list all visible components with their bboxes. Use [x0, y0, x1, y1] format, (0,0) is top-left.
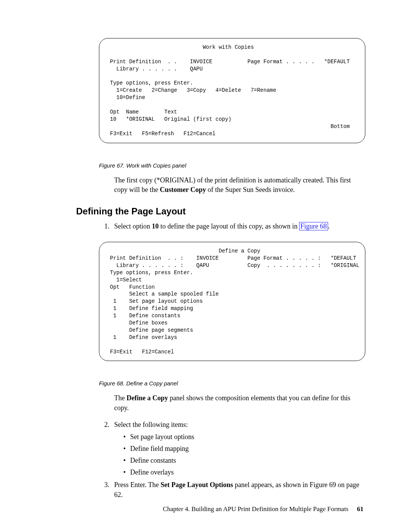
- list-item: Define field mapping: [123, 444, 365, 454]
- text: to define the page layout of this copy, …: [159, 222, 299, 230]
- step-number: 1.: [104, 221, 110, 231]
- step-number: 2.: [104, 420, 110, 430]
- step-3: 3. Press Enter. The Set Page Layout Opti…: [114, 480, 365, 500]
- bold-set-page-layout-options: Set Page Layout Options: [161, 481, 233, 489]
- paragraph-first-copy: The first copy (*ORIGINAL) of the print …: [114, 176, 365, 195]
- heading-defining-page-layout: Defining the Page Layout: [76, 206, 365, 217]
- text: of the Super Sun Seeds invoice.: [206, 186, 295, 193]
- footer-chapter-text: Chapter 4. Building an APU Print Definit…: [163, 505, 349, 513]
- bold-option-10: 10: [152, 222, 159, 230]
- text: Select the following items:: [114, 421, 188, 428]
- page-number: 61: [357, 505, 363, 513]
- terminal-panel-define-a-copy: Define a Copy Print Definition . . : INV…: [99, 242, 365, 361]
- link-figure-68[interactable]: Figure 68: [299, 222, 328, 230]
- bold-customer-copy: Customer Copy: [160, 186, 206, 193]
- terminal-panel-work-with-copies: Work with Copies Print Definition . . IN…: [99, 38, 365, 143]
- step-number: 3.: [104, 480, 110, 490]
- bold-define-a-copy: Define a Copy: [126, 394, 168, 402]
- page-footer: Chapter 4. Building an APU Print Definit…: [0, 505, 411, 513]
- list-item: Define overlays: [123, 467, 365, 478]
- step-2: 2. Select the following items: Set page …: [114, 420, 365, 478]
- page-content: Work with Copies Print Definition . . IN…: [0, 0, 411, 500]
- figure-caption-67: Figure 67. Work with Copies panel: [99, 162, 365, 169]
- paragraph-define-a-copy: The Define a Copy panel shows the compos…: [114, 393, 365, 412]
- figure-caption-68: Figure 68. Define a Copy panel: [99, 380, 365, 387]
- bullet-list: Set page layout options Define field map…: [123, 432, 365, 478]
- ordered-steps: 1. Select option 10 to define the page l…: [114, 221, 365, 231]
- text: The: [114, 394, 126, 402]
- step-1: 1. Select option 10 to define the page l…: [114, 221, 365, 231]
- list-item: Set page layout options: [123, 432, 365, 442]
- text: .: [328, 222, 330, 230]
- text: Press Enter. The: [114, 481, 161, 489]
- text: Select option: [114, 222, 152, 230]
- ordered-steps-continued: 2. Select the following items: Set page …: [114, 420, 365, 500]
- list-item: Define constants: [123, 455, 365, 466]
